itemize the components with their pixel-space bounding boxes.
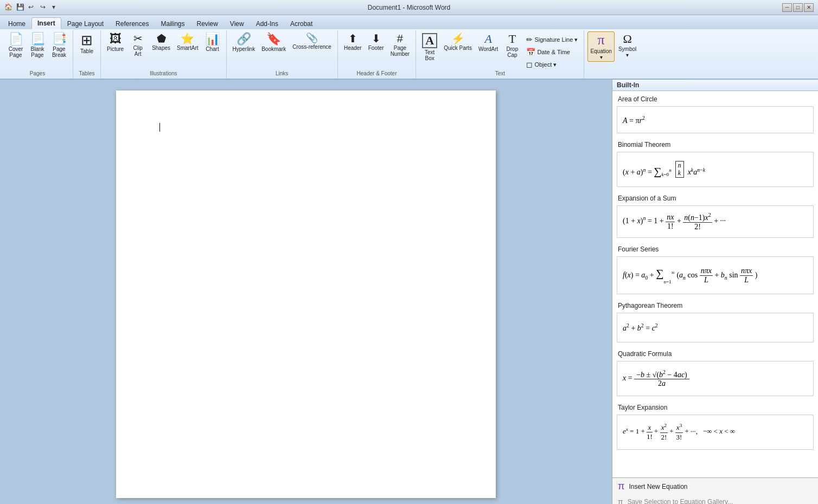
equation-button[interactable]: π Equation▾	[587, 31, 614, 62]
eq-pythagorean-formula: a2 + b2 = c2	[623, 322, 658, 333]
document-page[interactable]	[116, 91, 496, 498]
maximize-button[interactable]: □	[793, 3, 803, 12]
insert-equation-label: Insert New Equation	[629, 483, 687, 490]
date-time-button[interactable]: 📅 Date & Time	[523, 46, 580, 58]
tables-items: ⊞ Table	[76, 31, 97, 70]
chart-icon: 📊	[205, 33, 220, 45]
smartart-button[interactable]: ⭐ SmartArt	[174, 31, 201, 53]
eq-binomial[interactable]: (x + a)n = ∑k=0n nk xkan−k	[617, 152, 814, 187]
cross-reference-button[interactable]: 📎 Cross-reference	[290, 31, 334, 51]
ribbon-group-links: 🔗 Hyperlink 🔖 Bookmark 📎 Cross-reference…	[227, 30, 338, 79]
window-title: Document1 - Microsoft Word	[368, 4, 451, 11]
equation-icon: π	[598, 33, 605, 47]
clip-art-icon: ✂	[133, 33, 143, 44]
eq-fourier[interactable]: f(x) = a0 + ∑n=1∞ (an cos nπxL + bn sin …	[617, 256, 814, 294]
links-items: 🔗 Hyperlink 🔖 Bookmark 📎 Cross-reference	[230, 31, 334, 70]
blank-page-button[interactable]: 📃 BlankPage	[27, 31, 48, 60]
signature-line-icon: ✏	[526, 35, 533, 44]
signature-line-button[interactable]: ✏ Signature Line ▾	[523, 34, 580, 46]
quick-parts-button[interactable]: ⚡ Quick Parts	[441, 31, 475, 53]
illustrations-items: 🖼 Picture ✂ ClipArt ⬟ Shapes ⭐ SmartArt …	[104, 31, 223, 70]
eq-expansion-formula: (1 + x)n = 1 + nx1! + n(n−1)x22! + ···	[623, 212, 726, 231]
footer-button[interactable]: ⬇ Footer	[366, 31, 387, 53]
object-button[interactable]: ◻ Object ▾	[523, 59, 580, 70]
eq-section-expansion: Expansion of a Sum	[612, 190, 818, 204]
eq-section-fourier: Fourier Series	[612, 241, 818, 255]
eq-expansion[interactable]: (1 + x)n = 1 + nx1! + n(n−1)x22! + ···	[617, 205, 814, 238]
page-break-button[interactable]: 📑 PageBreak	[49, 31, 69, 60]
text-items: A TextBox ⚡ Quick Parts A WordArt T Drop…	[419, 31, 580, 70]
minimize-button[interactable]: ─	[782, 3, 792, 12]
illustrations-label: Illustrations	[150, 70, 177, 77]
symbol-icon: Ω	[623, 33, 631, 45]
eq-quadratic[interactable]: x = −b ± √(b2 − 4ac) 2a	[617, 361, 814, 396]
symbols-items: π Equation▾ Ω Symbol▾	[587, 31, 639, 76]
eq-section-taylor: Taylor Expansion	[612, 399, 818, 413]
tab-insert[interactable]: Insert	[31, 17, 61, 29]
window-controls: ─ □ ✕	[782, 3, 814, 12]
hyperlink-button[interactable]: 🔗 Hyperlink	[230, 31, 258, 54]
footer-icon: ⬇	[372, 33, 381, 44]
symbol-button[interactable]: Ω Symbol▾	[616, 31, 639, 60]
save-to-gallery-button[interactable]: π Save Selection to Equation Gallery...	[612, 495, 818, 504]
save-equation-icon: π	[618, 497, 623, 504]
eq-taylor[interactable]: ex = 1 + x1! + x22! + x33! + ···, −∞ < x…	[617, 415, 814, 450]
equation-panel-footer: π Insert New Equation π Save Selection t…	[612, 477, 818, 504]
eq-section-quadratic: Quadratic Formula	[612, 346, 818, 360]
equation-panel: Built-In Area of Circle A = πr2 Binomial…	[612, 80, 818, 504]
equation-panel-scroll[interactable]: Area of Circle A = πr2 Binomial Theorem …	[612, 91, 818, 477]
chart-button[interactable]: 📊 Chart	[202, 31, 223, 54]
page-number-button[interactable]: # PageNumber	[388, 31, 413, 59]
bookmark-icon: 🔖	[266, 33, 281, 45]
tab-add-ins[interactable]: Add-Ins	[250, 18, 284, 29]
undo-button[interactable]: ↩	[28, 3, 38, 12]
eq-area-of-circle[interactable]: A = πr2	[617, 106, 814, 133]
drop-cap-button[interactable]: T DropCap	[502, 31, 522, 60]
pages-label: Pages	[30, 70, 45, 77]
pages-items: 📄 CoverPage 📃 BlankPage 📑 PageBreak	[5, 31, 69, 70]
text-box-button[interactable]: A TextBox	[419, 31, 440, 63]
picture-icon: 🖼	[110, 33, 122, 45]
shapes-button[interactable]: ⬟ Shapes	[149, 31, 173, 53]
blank-page-icon: 📃	[30, 33, 45, 45]
table-button[interactable]: ⊞ Table	[76, 31, 97, 56]
bookmark-button[interactable]: 🔖 Bookmark	[259, 31, 289, 54]
ribbon-tabs: Home Insert Page Layout References Maili…	[0, 15, 818, 29]
redo-button[interactable]: ↪	[40, 3, 50, 12]
quick-access-dropdown[interactable]: ▾	[52, 3, 62, 12]
header-icon: ⬆	[348, 33, 357, 44]
cover-page-button[interactable]: 📄 CoverPage	[5, 31, 26, 60]
tab-view[interactable]: View	[224, 18, 250, 29]
eq-section-pythagorean: Pythagorean Theorem	[612, 298, 818, 312]
eq-quadratic-formula: x = −b ± √(b2 − 4ac) 2a	[623, 369, 689, 389]
wordart-icon: A	[484, 33, 491, 45]
ribbon: 📄 CoverPage 📃 BlankPage 📑 PageBreak Page…	[0, 29, 818, 80]
clip-art-button[interactable]: ✂ ClipArt	[127, 31, 148, 59]
tab-home[interactable]: Home	[2, 18, 31, 29]
tab-page-layout[interactable]: Page Layout	[61, 18, 110, 29]
smartart-icon: ⭐	[181, 33, 194, 44]
tab-references[interactable]: References	[110, 18, 155, 29]
wordart-button[interactable]: A WordArt	[476, 31, 501, 54]
tab-review[interactable]: Review	[190, 18, 223, 29]
save-button[interactable]: 💾	[16, 3, 26, 12]
tab-acrobat[interactable]: Acrobat	[284, 18, 318, 29]
eq-pythagorean[interactable]: a2 + b2 = c2	[617, 313, 814, 343]
office-button[interactable]: 🏠	[4, 3, 14, 12]
eq-section-area-of-circle: Area of Circle	[612, 91, 818, 105]
date-time-icon: 📅	[526, 48, 535, 56]
hyperlink-icon: 🔗	[237, 33, 251, 45]
eq-area-formula: A = πr2	[623, 115, 645, 125]
tab-mailings[interactable]: Mailings	[155, 18, 190, 29]
quick-parts-icon: ⚡	[451, 33, 465, 44]
picture-button[interactable]: 🖼 Picture	[104, 31, 126, 54]
tables-label: Tables	[79, 70, 95, 77]
title-bar: 🏠 💾 ↩ ↪ ▾ Document1 - Microsoft Word ─ □…	[0, 0, 818, 15]
document-area[interactable]	[0, 80, 612, 504]
insert-new-equation-button[interactable]: π Insert New Equation	[612, 478, 818, 495]
eq-taylor-formula: ex = 1 + x1! + x22! + x33! + ···, −∞ < x…	[623, 423, 735, 441]
header-button[interactable]: ⬆ Header	[341, 31, 365, 53]
close-button[interactable]: ✕	[804, 3, 814, 12]
drop-cap-icon: T	[509, 33, 516, 45]
ribbon-group-symbols: π Equation▾ Ω Symbol▾	[584, 30, 642, 79]
